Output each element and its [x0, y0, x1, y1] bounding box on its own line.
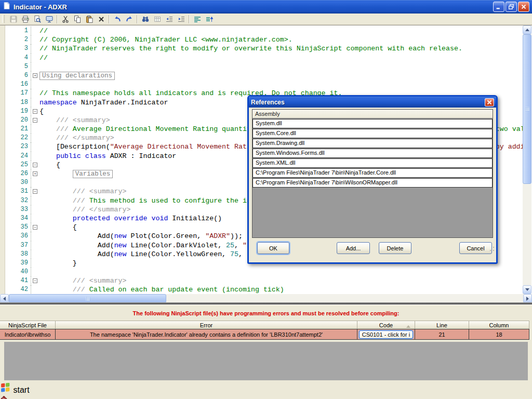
collapse-region-icon[interactable]: −	[33, 189, 37, 194]
outdent-button[interactable]	[163, 14, 175, 24]
comment-button[interactable]	[191, 14, 203, 24]
code-line[interactable]: 40	[5, 268, 523, 276]
fold-margin: −	[31, 223, 39, 232]
code-line[interactable]: 4//	[5, 54, 523, 62]
cut-icon	[61, 15, 70, 23]
error-table-row[interactable]: Indicator\lbrwithso The namespace 'Ninja…	[0, 329, 529, 340]
save-button[interactable]	[7, 14, 19, 24]
fold-margin	[31, 35, 39, 44]
scroll-down-button[interactable]	[523, 285, 531, 294]
fold-margin	[31, 250, 39, 259]
collapsed-region-box[interactable]: Variables	[73, 170, 113, 178]
code-line[interactable]: 6+Using declarations	[5, 71, 523, 80]
toolbar-separator	[109, 15, 110, 23]
copy-button[interactable]	[71, 14, 83, 24]
redo-button[interactable]	[123, 14, 135, 24]
indent-button[interactable]	[175, 14, 187, 24]
find-button[interactable]	[139, 14, 151, 24]
line-number: 16	[5, 80, 31, 89]
code-line[interactable]: 16	[5, 80, 523, 89]
fold-margin	[31, 178, 39, 187]
delete-button[interactable]	[95, 14, 107, 24]
column-header-error[interactable]: Error	[55, 321, 357, 329]
assembly-row[interactable]: C:\Program Files\NinjaTrader 7\bin\Ninja…	[252, 168, 493, 178]
cut-button[interactable]	[59, 14, 71, 24]
code-line[interactable]: 41−/// <summary>	[5, 276, 523, 285]
toolbar-grip[interactable]	[2, 15, 5, 23]
error-code-button[interactable]: CS0101 - click for i	[359, 330, 413, 339]
line-number: 24	[5, 152, 31, 161]
cancel-button[interactable]: Cancel	[459, 242, 492, 254]
print-button[interactable]	[19, 14, 31, 24]
collapse-region-icon[interactable]: −	[33, 109, 37, 114]
fold-margin: −	[31, 116, 39, 125]
add-button[interactable]: Add...	[337, 242, 370, 254]
minimize-button[interactable]	[493, 2, 504, 12]
collapse-region-icon[interactable]: −	[33, 225, 37, 230]
dialog-close-button[interactable]	[485, 98, 494, 107]
assembly-row[interactable]: C:\Program Files\NinjaTrader 7\bin\Wilso…	[252, 178, 493, 188]
line-number: 42	[5, 285, 31, 294]
line-number: 6	[5, 71, 31, 80]
expand-region-icon[interactable]: +	[33, 171, 37, 176]
scroll-up-button[interactable]	[523, 25, 531, 34]
assembly-row[interactable]: System.Drawing.dll	[252, 139, 493, 148]
ninjatrader-icon	[0, 395, 532, 399]
vertical-scroll-thumb[interactable]	[523, 34, 531, 184]
collapse-region-icon[interactable]: −	[33, 163, 37, 167]
expand-region-icon[interactable]: +	[33, 73, 37, 78]
vertical-scrollbar[interactable]	[523, 25, 531, 294]
code-text: {	[56, 161, 60, 169]
uncomment-button[interactable]	[203, 14, 215, 24]
references-dialog[interactable]: References Assembly System.dllSystem.Cor…	[247, 95, 498, 264]
assembly-list[interactable]: Assembly System.dllSystem.Core.dllSystem…	[252, 109, 493, 238]
format-button[interactable]	[151, 14, 163, 24]
scroll-right-button[interactable]	[523, 294, 532, 303]
title-bar[interactable]: Indicator - ADXR	[0, 0, 532, 14]
line-number: 25	[5, 161, 31, 169]
restore-button[interactable]	[506, 2, 517, 12]
code-line[interactable]: 3// NinjaTrader reserves the right to mo…	[5, 44, 523, 53]
scroll-left-button[interactable]	[0, 294, 9, 303]
fold-margin	[31, 98, 39, 107]
horizontal-scroll-thumb[interactable]	[9, 294, 166, 303]
column-header-line[interactable]: Line	[415, 321, 469, 329]
taskbar-task-7-ninjatr-[interactable]: 7 NinjaTr...	[0, 395, 532, 399]
delete-button[interactable]: Delete	[379, 242, 411, 254]
error-line-cell: 21	[415, 329, 469, 340]
code-text: namespace NinjaTrader.Indicator	[39, 98, 168, 107]
print-preview-button[interactable]	[31, 14, 43, 24]
error-file-cell: Indicator\lbrwithso	[0, 329, 56, 340]
collapse-region-icon[interactable]: −	[33, 278, 37, 283]
assembly-column-header[interactable]: Assembly	[252, 110, 493, 118]
ok-button[interactable]: OK	[257, 242, 289, 254]
assembly-row[interactable]: System.XML.dll	[252, 158, 493, 168]
line-number: 1	[5, 26, 31, 35]
code-line[interactable]: 42/// Called on each bar update event (i…	[5, 285, 523, 294]
close-button[interactable]	[518, 2, 529, 12]
assembly-row[interactable]: System.Core.dll	[252, 129, 493, 138]
code-line[interactable]: 5	[5, 62, 523, 71]
code-line[interactable]: 1//	[5, 26, 523, 35]
column-header-file[interactable]: NinjaScript File	[0, 321, 56, 329]
code-text: // NinjaTrader reserves the right to mod…	[39, 44, 462, 53]
presentation-button[interactable]	[43, 14, 55, 24]
document-icon	[3, 2, 11, 12]
assembly-row[interactable]: System.Windows.Forms.dll	[252, 149, 493, 158]
assembly-row[interactable]: System.dll	[252, 119, 493, 128]
fold-margin	[31, 142, 39, 151]
toolbar	[0, 14, 532, 25]
undo-button[interactable]	[111, 14, 123, 24]
start-button[interactable]: start	[0, 382, 532, 395]
paste-button[interactable]	[83, 14, 95, 24]
column-header-column[interactable]: Column	[469, 321, 529, 329]
column-header-code[interactable]: Code	[357, 321, 415, 329]
resize-grip[interactable]	[489, 246, 495, 251]
collapsed-region-box[interactable]: Using declarations	[39, 72, 115, 80]
collapse-region-icon[interactable]: −	[33, 118, 37, 123]
dialog-title-bar[interactable]: References	[249, 97, 496, 108]
code-line[interactable]: 2// Copyright (C) 2006, NinjaTrader LLC …	[5, 35, 523, 44]
code-text: Variables	[73, 169, 113, 178]
fold-margin	[31, 232, 39, 241]
horizontal-scrollbar[interactable]	[0, 294, 532, 303]
